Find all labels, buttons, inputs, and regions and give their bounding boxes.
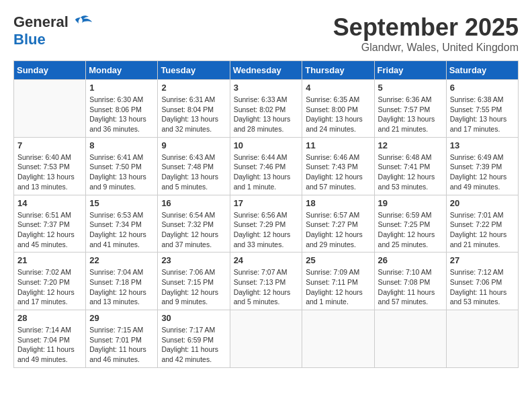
- logo-blue-text: Blue: [13, 31, 46, 48]
- weekday-header-tuesday: Tuesday: [158, 61, 230, 80]
- day-number: 21: [17, 255, 82, 265]
- calendar-cell: [14, 80, 86, 138]
- calendar-cell: 2Sunrise: 6:31 AM Sunset: 8:04 PM Daylig…: [158, 80, 230, 138]
- day-number: 24: [234, 255, 299, 265]
- day-info: Sunrise: 7:14 AM Sunset: 7:04 PM Dayligh…: [17, 325, 82, 365]
- day-number: 13: [450, 140, 515, 150]
- day-info: Sunrise: 6:40 AM Sunset: 7:53 PM Dayligh…: [17, 152, 82, 192]
- day-number: 11: [306, 140, 370, 150]
- calendar-cell: 23Sunrise: 7:06 AM Sunset: 7:15 PM Dayli…: [158, 253, 230, 310]
- day-number: 15: [89, 198, 154, 208]
- title-area: September 2025 Glandwr, Wales, United Ki…: [333, 13, 519, 54]
- calendar-week-row: 14Sunrise: 6:51 AM Sunset: 7:37 PM Dayli…: [14, 195, 519, 253]
- calendar-cell: 10Sunrise: 6:44 AM Sunset: 7:46 PM Dayli…: [230, 137, 302, 195]
- month-title: September 2025: [333, 13, 519, 42]
- day-number: 19: [378, 198, 443, 208]
- day-number: 23: [161, 255, 226, 265]
- day-info: Sunrise: 6:49 AM Sunset: 7:39 PM Dayligh…: [450, 152, 515, 192]
- calendar-cell: 5Sunrise: 6:36 AM Sunset: 7:57 PM Daylig…: [374, 80, 446, 138]
- day-number: 7: [17, 140, 82, 150]
- day-info: Sunrise: 7:02 AM Sunset: 7:20 PM Dayligh…: [17, 267, 82, 307]
- calendar-cell: 27Sunrise: 7:12 AM Sunset: 7:06 PM Dayli…: [446, 253, 518, 310]
- day-info: Sunrise: 6:56 AM Sunset: 7:29 PM Dayligh…: [234, 210, 299, 250]
- calendar-cell: 9Sunrise: 6:43 AM Sunset: 7:48 PM Daylig…: [158, 137, 230, 195]
- calendar-cell: 25Sunrise: 7:09 AM Sunset: 7:11 PM Dayli…: [302, 253, 374, 310]
- location-subtitle: Glandwr, Wales, United Kingdom: [333, 42, 519, 54]
- day-number: 10: [234, 140, 299, 150]
- calendar-cell: 24Sunrise: 7:07 AM Sunset: 7:13 PM Dayli…: [230, 253, 302, 310]
- logo: General Blue: [13, 13, 92, 48]
- logo-bird-icon: [69, 14, 92, 31]
- day-info: Sunrise: 7:09 AM Sunset: 7:11 PM Dayligh…: [306, 267, 370, 307]
- day-number: 17: [234, 198, 299, 208]
- day-info: Sunrise: 6:31 AM Sunset: 8:04 PM Dayligh…: [161, 95, 226, 134]
- calendar-cell: 7Sunrise: 6:40 AM Sunset: 7:53 PM Daylig…: [14, 137, 86, 195]
- day-info: Sunrise: 6:33 AM Sunset: 8:02 PM Dayligh…: [234, 95, 299, 134]
- day-info: Sunrise: 6:30 AM Sunset: 8:06 PM Dayligh…: [89, 95, 154, 134]
- calendar-cell: [230, 310, 302, 368]
- weekday-header-friday: Friday: [374, 61, 446, 80]
- calendar-cell: 19Sunrise: 6:59 AM Sunset: 7:25 PM Dayli…: [374, 195, 446, 253]
- calendar-cell: 11Sunrise: 6:46 AM Sunset: 7:43 PM Dayli…: [302, 137, 374, 195]
- day-info: Sunrise: 6:41 AM Sunset: 7:50 PM Dayligh…: [89, 152, 154, 192]
- calendar-cell: [446, 310, 518, 368]
- day-info: Sunrise: 7:15 AM Sunset: 7:01 PM Dayligh…: [89, 325, 154, 365]
- day-number: 8: [89, 140, 154, 150]
- day-info: Sunrise: 6:53 AM Sunset: 7:34 PM Dayligh…: [89, 210, 154, 250]
- day-number: 22: [89, 255, 154, 265]
- weekday-header-thursday: Thursday: [302, 61, 374, 80]
- day-number: 27: [450, 255, 515, 265]
- calendar-cell: [302, 310, 374, 368]
- calendar-cell: 26Sunrise: 7:10 AM Sunset: 7:08 PM Dayli…: [374, 253, 446, 310]
- day-number: 4: [306, 83, 370, 93]
- day-info: Sunrise: 6:48 AM Sunset: 7:41 PM Dayligh…: [378, 152, 443, 192]
- day-info: Sunrise: 7:06 AM Sunset: 7:15 PM Dayligh…: [161, 267, 226, 307]
- day-number: 18: [306, 198, 370, 208]
- calendar-cell: 17Sunrise: 6:56 AM Sunset: 7:29 PM Dayli…: [230, 195, 302, 253]
- page-header: General Blue September 2025 Glandwr, Wal…: [13, 13, 519, 54]
- day-info: Sunrise: 7:12 AM Sunset: 7:06 PM Dayligh…: [450, 267, 515, 307]
- day-number: 2: [161, 83, 226, 93]
- day-number: 30: [161, 313, 226, 323]
- day-info: Sunrise: 6:46 AM Sunset: 7:43 PM Dayligh…: [306, 152, 370, 192]
- calendar-cell: 28Sunrise: 7:14 AM Sunset: 7:04 PM Dayli…: [14, 310, 86, 368]
- day-number: 26: [378, 255, 443, 265]
- calendar-cell: [374, 310, 446, 368]
- day-info: Sunrise: 6:54 AM Sunset: 7:32 PM Dayligh…: [161, 210, 226, 250]
- day-info: Sunrise: 6:38 AM Sunset: 7:55 PM Dayligh…: [450, 95, 515, 134]
- calendar-week-row: 1Sunrise: 6:30 AM Sunset: 8:06 PM Daylig…: [14, 80, 519, 138]
- calendar-cell: 8Sunrise: 6:41 AM Sunset: 7:50 PM Daylig…: [86, 137, 158, 195]
- calendar-cell: 13Sunrise: 6:49 AM Sunset: 7:39 PM Dayli…: [446, 137, 518, 195]
- day-info: Sunrise: 6:51 AM Sunset: 7:37 PM Dayligh…: [17, 210, 82, 250]
- calendar-cell: 1Sunrise: 6:30 AM Sunset: 8:06 PM Daylig…: [86, 80, 158, 138]
- day-info: Sunrise: 6:43 AM Sunset: 7:48 PM Dayligh…: [161, 152, 226, 192]
- day-number: 25: [306, 255, 370, 265]
- day-info: Sunrise: 7:04 AM Sunset: 7:18 PM Dayligh…: [89, 267, 154, 307]
- calendar-cell: 3Sunrise: 6:33 AM Sunset: 8:02 PM Daylig…: [230, 80, 302, 138]
- day-info: Sunrise: 7:17 AM Sunset: 6:59 PM Dayligh…: [161, 325, 226, 365]
- calendar-cell: 29Sunrise: 7:15 AM Sunset: 7:01 PM Dayli…: [86, 310, 158, 368]
- calendar-cell: 21Sunrise: 7:02 AM Sunset: 7:20 PM Dayli…: [14, 253, 86, 310]
- day-number: 20: [450, 198, 515, 208]
- day-number: 6: [450, 83, 515, 93]
- logo-general-text: General: [13, 13, 69, 31]
- calendar-cell: 20Sunrise: 7:01 AM Sunset: 7:22 PM Dayli…: [446, 195, 518, 253]
- calendar-cell: 18Sunrise: 6:57 AM Sunset: 7:27 PM Dayli…: [302, 195, 374, 253]
- calendar-cell: 4Sunrise: 6:35 AM Sunset: 8:00 PM Daylig…: [302, 80, 374, 138]
- day-info: Sunrise: 7:01 AM Sunset: 7:22 PM Dayligh…: [450, 210, 515, 250]
- day-number: 12: [378, 140, 443, 150]
- calendar-cell: 30Sunrise: 7:17 AM Sunset: 6:59 PM Dayli…: [158, 310, 230, 368]
- day-number: 1: [89, 83, 154, 93]
- day-number: 16: [161, 198, 226, 208]
- weekday-header-saturday: Saturday: [446, 61, 518, 80]
- calendar-cell: 22Sunrise: 7:04 AM Sunset: 7:18 PM Dayli…: [86, 253, 158, 310]
- day-info: Sunrise: 6:36 AM Sunset: 7:57 PM Dayligh…: [378, 95, 443, 134]
- day-number: 29: [89, 313, 154, 323]
- weekday-header-wednesday: Wednesday: [230, 61, 302, 80]
- calendar-cell: 6Sunrise: 6:38 AM Sunset: 7:55 PM Daylig…: [446, 80, 518, 138]
- day-number: 28: [17, 313, 82, 323]
- calendar-cell: 14Sunrise: 6:51 AM Sunset: 7:37 PM Dayli…: [14, 195, 86, 253]
- calendar-cell: 16Sunrise: 6:54 AM Sunset: 7:32 PM Dayli…: [158, 195, 230, 253]
- calendar-cell: 12Sunrise: 6:48 AM Sunset: 7:41 PM Dayli…: [374, 137, 446, 195]
- calendar-week-row: 21Sunrise: 7:02 AM Sunset: 7:20 PM Dayli…: [14, 253, 519, 310]
